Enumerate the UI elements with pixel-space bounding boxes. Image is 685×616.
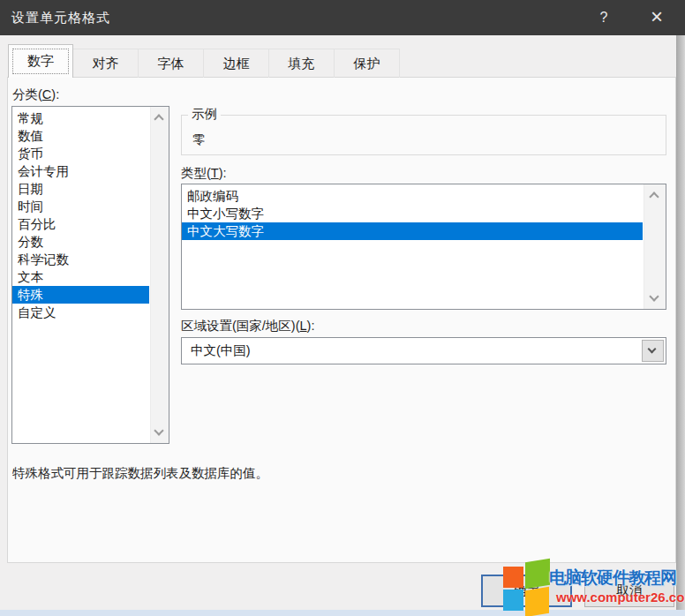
category-item[interactable]: 自定义 <box>12 304 149 321</box>
format-cells-dialog: 设置单元格格式 ? × 数字对齐字体边框填充保护 分类(C): 常规数值货币会计… <box>0 0 685 616</box>
tab[interactable]: 填充 <box>268 49 335 78</box>
category-item-selected[interactable]: 特殊 <box>12 286 149 304</box>
category-item[interactable]: 文本 <box>12 268 149 286</box>
tab-selected[interactable]: 数字 <box>8 44 73 78</box>
category-item[interactable]: 数值 <box>12 127 149 145</box>
help-icon[interactable]: ? <box>585 0 622 35</box>
type-scrollbar[interactable] <box>644 184 666 309</box>
type-item[interactable]: 邮政编码 <box>182 187 643 205</box>
dropdown-button[interactable] <box>642 340 664 362</box>
tab[interactable]: 字体 <box>138 49 204 78</box>
type-label: 类型(T): <box>181 165 227 182</box>
category-label: 分类(C): <box>12 86 59 103</box>
scroll-down-icon[interactable] <box>649 291 659 301</box>
title-bar: 设置单元格格式 ? × <box>0 0 685 35</box>
category-item[interactable]: 常规 <box>12 109 149 127</box>
category-item[interactable]: 会计专用 <box>12 162 149 180</box>
category-item[interactable]: 百分比 <box>12 215 149 233</box>
category-rows: 常规数值货币会计专用日期时间百分比分数科学记数文本特殊自定义 <box>12 107 149 443</box>
close-icon[interactable]: × <box>637 0 676 35</box>
tab[interactable]: 对齐 <box>72 49 139 78</box>
window-edge-shadow <box>676 35 685 610</box>
cancel-button[interactable]: 取消 <box>584 575 674 607</box>
category-item[interactable]: 时间 <box>12 198 149 215</box>
type-item-selected[interactable]: 中文大写数字 <box>182 222 643 240</box>
sample-value: 零 <box>192 131 206 148</box>
category-item[interactable]: 分数 <box>12 233 149 251</box>
category-listbox: 常规数值货币会计专用日期时间百分比分数科学记数文本特殊自定义 <box>11 106 169 444</box>
locale-dropdown[interactable]: 中文(中国) <box>181 337 666 364</box>
category-item[interactable]: 日期 <box>12 180 149 198</box>
sample-groupbox: 示例 零 <box>181 115 666 155</box>
scroll-up-icon[interactable] <box>154 114 163 124</box>
ok-button[interactable]: 确定 <box>481 575 572 607</box>
dialog-title: 设置单元格格式 <box>11 0 110 35</box>
sample-group-label: 示例 <box>188 106 221 123</box>
type-item[interactable]: 中文小写数字 <box>182 205 643 222</box>
tab[interactable]: 边框 <box>203 49 269 78</box>
description-text: 特殊格式可用于跟踪数据列表及数据库的值。 <box>12 465 268 482</box>
type-listbox: 邮政编码中文小写数字中文大写数字 <box>181 184 666 310</box>
locale-value: 中文(中国) <box>191 338 251 364</box>
tab-bar: 数字对齐字体边框填充保护 <box>9 44 400 78</box>
bottom-edge-strip <box>0 610 685 616</box>
chevron-down-icon <box>647 344 656 353</box>
scroll-up-icon[interactable] <box>649 192 659 201</box>
locale-label: 区域设置(国家/地区)(L): <box>181 318 314 334</box>
category-scrollbar[interactable] <box>150 107 169 443</box>
category-item[interactable]: 货币 <box>12 145 149 162</box>
category-item[interactable]: 科学记数 <box>12 251 149 268</box>
type-rows: 邮政编码中文小写数字中文大写数字 <box>182 184 643 309</box>
scroll-down-icon[interactable] <box>154 425 163 435</box>
tab[interactable]: 保护 <box>334 49 400 78</box>
